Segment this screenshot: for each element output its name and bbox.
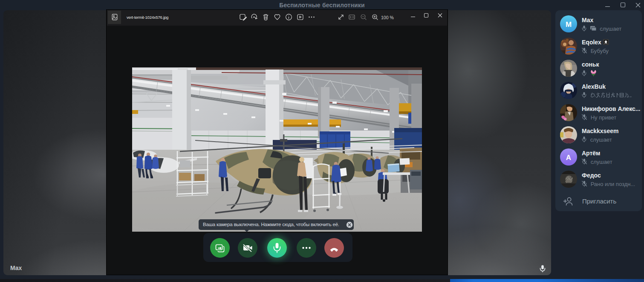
svg-text:A: A [566,154,571,162]
svg-text:M: M [566,20,572,29]
